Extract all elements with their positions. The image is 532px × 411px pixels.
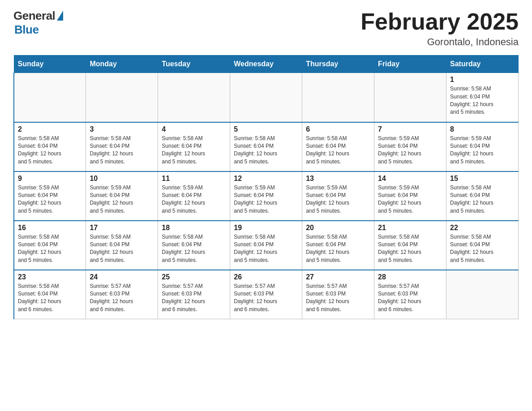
calendar-cell: 21Sunrise: 5:58 AMSunset: 6:04 PMDayligh… [374,221,446,270]
day-number: 4 [162,125,226,133]
day-info: Sunrise: 5:58 AMSunset: 6:04 PMDaylight:… [450,85,515,116]
day-number: 6 [306,125,370,133]
day-info: Sunrise: 5:58 AMSunset: 6:04 PMDaylight:… [18,233,82,265]
day-info: Sunrise: 5:57 AMSunset: 6:03 PMDaylight:… [234,283,298,314]
calendar-week-row: 2Sunrise: 5:58 AMSunset: 6:04 PMDaylight… [14,122,519,171]
day-number: 27 [306,273,370,281]
day-info: Sunrise: 5:58 AMSunset: 6:04 PMDaylight:… [18,135,82,166]
day-number: 3 [90,125,154,133]
day-number: 8 [450,125,515,133]
day-info: Sunrise: 5:59 AMSunset: 6:04 PMDaylight:… [378,135,442,166]
day-header-monday: Monday [86,56,158,73]
calendar-cell: 25Sunrise: 5:57 AMSunset: 6:03 PMDayligh… [158,270,230,319]
day-header-friday: Friday [374,56,446,73]
day-info: Sunrise: 5:59 AMSunset: 6:04 PMDaylight:… [234,184,298,215]
day-info: Sunrise: 5:58 AMSunset: 6:04 PMDaylight:… [234,135,298,166]
day-number: 7 [378,125,442,133]
calendar-cell: 18Sunrise: 5:58 AMSunset: 6:04 PMDayligh… [158,221,230,270]
calendar-cell: 24Sunrise: 5:57 AMSunset: 6:03 PMDayligh… [86,270,158,319]
day-number: 17 [90,224,154,232]
calendar-cell: 1Sunrise: 5:58 AMSunset: 6:04 PMDaylight… [446,73,519,122]
day-number: 20 [306,224,370,232]
calendar-cell: 2Sunrise: 5:58 AMSunset: 6:04 PMDaylight… [14,122,86,171]
day-info: Sunrise: 5:58 AMSunset: 6:04 PMDaylight:… [306,135,370,166]
calendar-cell [86,73,158,122]
day-info: Sunrise: 5:58 AMSunset: 6:04 PMDaylight:… [162,233,226,265]
calendar-week-row: 1Sunrise: 5:58 AMSunset: 6:04 PMDaylight… [14,73,519,122]
day-info: Sunrise: 5:57 AMSunset: 6:03 PMDaylight:… [90,283,154,314]
day-info: Sunrise: 5:59 AMSunset: 6:04 PMDaylight:… [162,184,226,215]
calendar-cell [446,270,519,319]
day-info: Sunrise: 5:59 AMSunset: 6:04 PMDaylight:… [378,184,442,215]
day-number: 1 [450,76,515,84]
day-info: Sunrise: 5:58 AMSunset: 6:04 PMDaylight:… [450,184,515,215]
day-info: Sunrise: 5:57 AMSunset: 6:03 PMDaylight:… [306,283,370,314]
calendar-week-row: 16Sunrise: 5:58 AMSunset: 6:04 PMDayligh… [14,221,519,270]
day-number: 22 [450,224,515,232]
day-header-sunday: Sunday [14,56,86,73]
day-info: Sunrise: 5:58 AMSunset: 6:04 PMDaylight:… [450,233,515,265]
day-header-tuesday: Tuesday [158,56,230,73]
day-info: Sunrise: 5:58 AMSunset: 6:04 PMDaylight:… [378,233,442,265]
calendar-cell: 15Sunrise: 5:58 AMSunset: 6:04 PMDayligh… [446,171,519,221]
day-info: Sunrise: 5:59 AMSunset: 6:04 PMDaylight:… [306,184,370,215]
calendar-cell: 26Sunrise: 5:57 AMSunset: 6:03 PMDayligh… [230,270,302,319]
calendar-cell: 10Sunrise: 5:59 AMSunset: 6:04 PMDayligh… [86,171,158,221]
calendar-week-row: 23Sunrise: 5:58 AMSunset: 6:04 PMDayligh… [14,270,519,319]
calendar-cell: 22Sunrise: 5:58 AMSunset: 6:04 PMDayligh… [446,221,519,270]
calendar-week-row: 9Sunrise: 5:59 AMSunset: 6:04 PMDaylight… [14,171,519,221]
day-info: Sunrise: 5:58 AMSunset: 6:04 PMDaylight:… [162,135,226,166]
calendar-cell: 16Sunrise: 5:58 AMSunset: 6:04 PMDayligh… [14,221,86,270]
calendar-cell: 19Sunrise: 5:58 AMSunset: 6:04 PMDayligh… [230,221,302,270]
logo-triangle-icon [57,11,63,21]
day-number: 18 [162,224,226,232]
day-info: Sunrise: 5:59 AMSunset: 6:04 PMDaylight:… [90,184,154,215]
calendar-cell [230,73,302,122]
day-number: 12 [234,175,298,183]
day-info: Sunrise: 5:58 AMSunset: 6:04 PMDaylight:… [90,233,154,265]
day-info: Sunrise: 5:59 AMSunset: 6:04 PMDaylight:… [18,184,82,215]
calendar-cell: 12Sunrise: 5:59 AMSunset: 6:04 PMDayligh… [230,171,302,221]
day-number: 15 [450,175,515,183]
day-info: Sunrise: 5:58 AMSunset: 6:04 PMDaylight:… [306,233,370,265]
calendar-cell [158,73,230,122]
day-header-thursday: Thursday [302,56,374,73]
day-number: 23 [18,273,82,281]
day-number: 5 [234,125,298,133]
day-number: 16 [18,224,82,232]
logo: General Blue [13,9,63,37]
calendar-cell: 5Sunrise: 5:58 AMSunset: 6:04 PMDaylight… [230,122,302,171]
calendar-cell: 7Sunrise: 5:59 AMSunset: 6:04 PMDaylight… [374,122,446,171]
calendar-cell: 9Sunrise: 5:59 AMSunset: 6:04 PMDaylight… [14,171,86,221]
day-number: 24 [90,273,154,281]
day-info: Sunrise: 5:59 AMSunset: 6:04 PMDaylight:… [450,135,515,166]
day-info: Sunrise: 5:58 AMSunset: 6:04 PMDaylight:… [90,135,154,166]
calendar-cell: 13Sunrise: 5:59 AMSunset: 6:04 PMDayligh… [302,171,374,221]
day-number: 21 [378,224,442,232]
calendar-header-row: SundayMondayTuesdayWednesdayThursdayFrid… [14,56,519,73]
calendar-cell: 3Sunrise: 5:58 AMSunset: 6:04 PMDaylight… [86,122,158,171]
day-header-wednesday: Wednesday [230,56,302,73]
calendar-cell: 14Sunrise: 5:59 AMSunset: 6:04 PMDayligh… [374,171,446,221]
calendar-cell: 17Sunrise: 5:58 AMSunset: 6:04 PMDayligh… [86,221,158,270]
day-info: Sunrise: 5:58 AMSunset: 6:04 PMDaylight:… [234,233,298,265]
title-section: February 2025 Gorontalo, Indonesia [360,9,519,48]
calendar-cell [302,73,374,122]
calendar-table: SundayMondayTuesdayWednesdayThursdayFrid… [13,55,519,319]
calendar-subtitle: Gorontalo, Indonesia [360,36,519,48]
logo-general-text: General [13,9,55,23]
day-number: 19 [234,224,298,232]
day-number: 26 [234,273,298,281]
day-number: 2 [18,125,82,133]
day-number: 25 [162,273,226,281]
day-info: Sunrise: 5:58 AMSunset: 6:04 PMDaylight:… [18,283,82,314]
day-number: 10 [90,175,154,183]
calendar-cell: 20Sunrise: 5:58 AMSunset: 6:04 PMDayligh… [302,221,374,270]
calendar-cell [14,73,86,122]
day-info: Sunrise: 5:57 AMSunset: 6:03 PMDaylight:… [378,283,442,314]
page-header: General Blue February 2025 Gorontalo, In… [13,9,519,48]
calendar-cell: 28Sunrise: 5:57 AMSunset: 6:03 PMDayligh… [374,270,446,319]
day-number: 14 [378,175,442,183]
day-number: 11 [162,175,226,183]
calendar-cell: 27Sunrise: 5:57 AMSunset: 6:03 PMDayligh… [302,270,374,319]
